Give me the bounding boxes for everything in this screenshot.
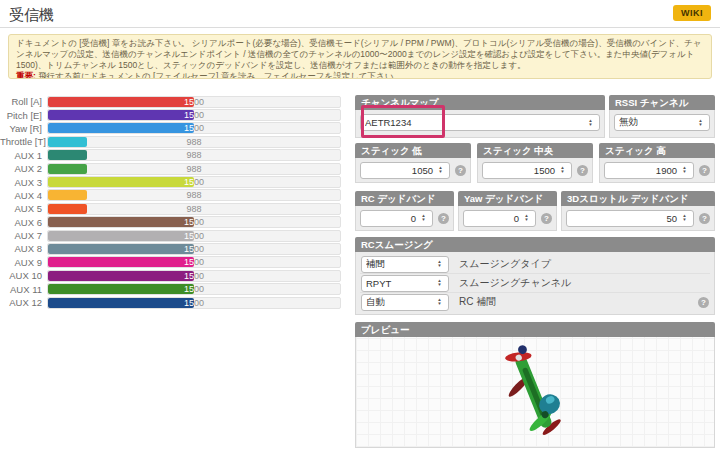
- channel-row: AUX 8 1500 1500: [0, 242, 350, 255]
- channel-value-over: 1500: [48, 284, 194, 294]
- smoothing-type-value: 補間: [366, 258, 435, 271]
- channel-row: AUX 2 988 988: [0, 162, 350, 175]
- channel-label: AUX 5: [0, 203, 47, 214]
- channel-label: AUX 1: [0, 150, 47, 161]
- yaw-deadband-header: Yaw デッドバンド: [458, 191, 557, 206]
- channel-value-under: 988: [48, 164, 340, 174]
- channel-label: Roll [A]: [0, 96, 47, 107]
- channel-meter: 1500 1500: [47, 283, 341, 295]
- channel-value-over: 988: [48, 137, 87, 147]
- help-icon[interactable]: ?: [577, 165, 588, 176]
- channel-label: Throttle [T]: [0, 136, 47, 147]
- page-header: 受信機 WIKI: [0, 0, 720, 28]
- channel-meter: 1500 1500: [47, 230, 341, 242]
- help-icon[interactable]: ?: [541, 213, 552, 224]
- channel-row: AUX 3 1500 1500: [0, 175, 350, 188]
- channel-map-header: チャンネルマップ: [355, 95, 605, 110]
- stepper-icon[interactable]: ▲▼: [680, 214, 689, 222]
- channel-meter: 1500 1500: [47, 109, 341, 121]
- channel-meter: 1500 1500: [47, 297, 341, 309]
- rc-deadband-section: RC デッドバンド 0 ▲▼ ?: [355, 191, 454, 231]
- smoothing-channels-label: スムージングチャンネル: [459, 276, 571, 290]
- help-icon[interactable]: ?: [455, 165, 466, 176]
- smoothing-channels-row: RPYT ▲▼ スムージングチャンネル: [360, 273, 710, 292]
- stick-center-input[interactable]: 1500 ▲▼: [482, 162, 572, 179]
- channel-meter: 988 988: [47, 189, 341, 201]
- stick-low-header: スティック 低: [355, 143, 471, 158]
- 3d-throttle-deadband-input[interactable]: 50 ▲▼: [566, 210, 694, 227]
- stepper-icon[interactable]: ▲▼: [419, 214, 428, 222]
- info-note: ドキュメントの [受信機] 章をお読み下さい。 シリアルポート(必要な場合)、受…: [8, 34, 712, 79]
- channel-bar-fill: 988: [48, 150, 87, 160]
- drone-preview-image: [480, 339, 590, 445]
- stepper-icon[interactable]: ▲▼: [680, 166, 689, 174]
- yaw-deadband-input[interactable]: 0 ▲▼: [463, 210, 536, 227]
- channel-row: Yaw [R] 1500 1500: [0, 122, 350, 135]
- help-icon[interactable]: ?: [699, 165, 710, 176]
- channel-value-over: 1500: [48, 257, 194, 267]
- channel-row: AUX 6 1500 1500: [0, 216, 350, 229]
- smoothing-type-select[interactable]: 補間 ▲▼: [361, 256, 449, 273]
- receiver-tab-page: 受信機 WIKI ドキュメントの [受信機] 章をお読み下さい。 シリアルポート…: [0, 0, 720, 455]
- channel-label: AUX 3: [0, 177, 47, 188]
- stepper-icon[interactable]: ▲▼: [696, 119, 705, 127]
- channel-meter: 988 988: [47, 203, 341, 215]
- stepper-icon[interactable]: ▲▼: [435, 298, 444, 306]
- stepper-icon[interactable]: ▲▼: [558, 166, 567, 174]
- help-icon[interactable]: ?: [438, 213, 449, 224]
- channel-map-value: AETR1234: [365, 117, 586, 128]
- stepper-icon[interactable]: ▲▼: [436, 166, 445, 174]
- channel-bar-fill: 1500: [48, 231, 194, 241]
- important-label: 重要:: [16, 71, 36, 79]
- channel-row: AUX 5 988 988: [0, 202, 350, 215]
- stick-high-input[interactable]: 1900 ▲▼: [604, 162, 694, 179]
- channel-row: AUX 12 1500 1500: [0, 296, 350, 309]
- channel-value-over: 1500: [48, 123, 194, 133]
- channel-meter: 988 988: [47, 163, 341, 175]
- help-icon[interactable]: ?: [699, 213, 710, 224]
- page-title: 受信機: [9, 6, 54, 25]
- channel-meter: 1500 1500: [47, 256, 341, 268]
- rc-interpolation-label: RC 補間: [459, 295, 496, 309]
- stepper-icon[interactable]: ▲▼: [435, 279, 444, 287]
- channel-label: Pitch [E]: [0, 110, 47, 121]
- channel-value-over: 1500: [48, 298, 194, 308]
- help-icon[interactable]: ?: [698, 297, 709, 308]
- channel-bar-fill: 1500: [48, 284, 194, 294]
- channel-bar-fill: 988: [48, 137, 87, 147]
- channel-bar-fill: 1500: [48, 244, 194, 254]
- stick-high-section: スティック 高 1900 ▲▼ ?: [599, 143, 715, 183]
- 3d-throttle-deadband-value: 50: [571, 213, 680, 224]
- wiki-button[interactable]: WIKI: [673, 5, 711, 21]
- channel-bar-fill: 1500: [48, 177, 194, 187]
- stick-center-value: 1500: [487, 165, 558, 176]
- channel-label: AUX 9: [0, 257, 47, 268]
- channel-value-over: 988: [48, 150, 87, 160]
- rssi-channel-select[interactable]: 無効 ▲▼: [614, 114, 710, 131]
- smoothing-channels-select[interactable]: RPYT ▲▼: [361, 275, 449, 292]
- rc-interpolation-select[interactable]: 自動 ▲▼: [361, 294, 449, 311]
- info-note-body: ドキュメントの [受信機] 章をお読み下さい。 シリアルポート(必要な場合)、受…: [16, 38, 702, 70]
- rc-deadband-input[interactable]: 0 ▲▼: [360, 210, 433, 227]
- channel-value-over: 988: [48, 164, 87, 174]
- rc-deadband-value: 0: [365, 213, 419, 224]
- settings-column: チャンネルマップ AETR1234 ▲▼ RSSI チャンネル 無効 ▲▼ ステ…: [355, 95, 715, 455]
- channel-value-under: 988: [48, 204, 340, 214]
- stepper-icon[interactable]: ▲▼: [522, 214, 531, 222]
- rc-smoothing-section: RCスムージング 補間 ▲▼ スムージングタイプ RPYT ▲▼ スムージングチ…: [355, 237, 715, 315]
- channel-value-over: 1500: [48, 271, 194, 281]
- channel-row: AUX 11 1500 1500: [0, 282, 350, 295]
- stick-center-header: スティック 中央: [477, 143, 593, 158]
- channel-value-under: 988: [48, 190, 340, 200]
- stick-low-input[interactable]: 1050 ▲▼: [360, 162, 450, 179]
- 3d-throttle-deadband-section: 3Dスロットル デッドバンド 50 ▲▼ ?: [561, 191, 715, 231]
- stepper-icon[interactable]: ▲▼: [435, 260, 444, 268]
- channel-row: AUX 4 988 988: [0, 189, 350, 202]
- channel-map-select[interactable]: AETR1234 ▲▼: [360, 114, 600, 131]
- channel-label: AUX 6: [0, 217, 47, 228]
- channel-meter: 1500 1500: [47, 96, 341, 108]
- stepper-icon[interactable]: ▲▼: [586, 119, 595, 127]
- rc-smoothing-header: RCスムージング: [355, 237, 715, 252]
- 3d-throttle-deadband-header: 3Dスロットル デッドバンド: [561, 191, 715, 206]
- channel-meter: 988 988: [47, 136, 341, 148]
